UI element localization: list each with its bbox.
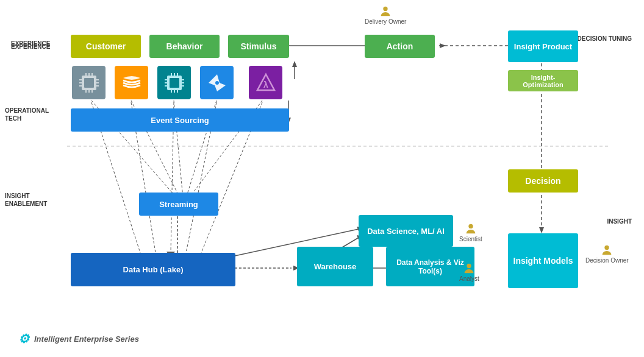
data-science-box: Data Science, ML/ AI	[359, 215, 453, 247]
svg-rect-51	[170, 78, 179, 88]
icon-plane	[200, 66, 234, 99]
svg-point-68	[468, 224, 473, 228]
svg-marker-4	[440, 43, 446, 48]
footer-icon: ⚙	[18, 331, 29, 346]
insight-label: INSIGHT	[607, 218, 632, 225]
insight-product-box: Insight Product	[508, 30, 578, 62]
decision-box: Decision	[508, 169, 578, 193]
insight-models-box: Insight Models	[508, 233, 578, 288]
svg-point-69	[467, 264, 471, 268]
icon-lambda: λ	[249, 66, 282, 99]
decision-tuning-label: DECISION TUNING	[578, 35, 632, 42]
event-sourcing-box: Event Sourcing	[71, 108, 289, 132]
footer-text: Intelligent Enterprise Series	[34, 334, 139, 344]
behavior-box: Behavior	[149, 35, 220, 58]
svg-rect-37	[84, 78, 94, 88]
icon-chip2	[157, 66, 191, 99]
analyst-person: Analyst	[459, 262, 479, 282]
insight-optimization-box: Insight- Optimization	[508, 70, 578, 91]
svg-text:λ: λ	[263, 80, 268, 90]
icon-aws	[115, 66, 148, 99]
diagram: EXPERIENCE OPERATIONAL TECH INSIGHT ENAB…	[0, 0, 644, 357]
data-hub-box: Data Hub (Lake)	[71, 253, 235, 286]
svg-marker-35	[292, 61, 297, 67]
operational-tech-label: OPERATIONAL TECH	[5, 107, 49, 122]
customer-box: Customer	[71, 35, 141, 58]
action-box: Action	[365, 35, 435, 58]
svg-point-64	[215, 81, 219, 85]
experience-section-label: EXPERIENCE	[11, 43, 50, 51]
stimulus-box: Stimulus	[228, 35, 289, 58]
svg-point-70	[605, 246, 609, 250]
streaming-box: Streaming	[139, 193, 218, 216]
scientist-person: Scientist	[459, 222, 482, 242]
footer: ⚙ Intelligent Enterprise Series	[18, 331, 139, 346]
warehouse-box: Warehouse	[297, 247, 373, 286]
delivery-owner-person: Delivery Owner	[365, 5, 406, 25]
decision-owner-person: Decision Owner	[585, 244, 629, 264]
icon-cpu	[72, 66, 106, 99]
insight-enablement-label: INSIGHT ENABLEMENT	[5, 192, 47, 208]
svg-marker-10	[539, 227, 544, 233]
svg-point-67	[384, 7, 388, 11]
